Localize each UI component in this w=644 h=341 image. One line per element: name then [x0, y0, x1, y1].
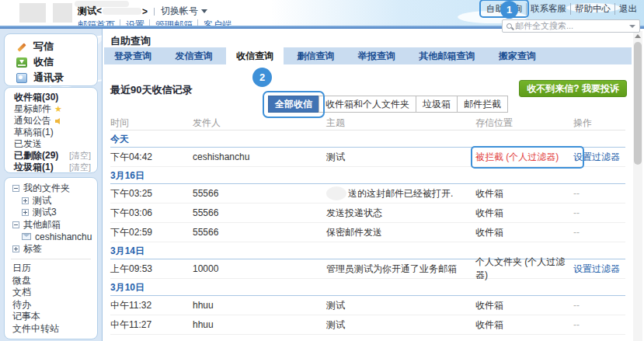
date-group-today: 今天	[110, 130, 625, 148]
cell-location: 收件箱	[475, 226, 573, 239]
expand-icon[interactable]	[12, 245, 19, 252]
table-header: 时间 发件人 主题 存信位置 操作	[110, 117, 625, 130]
sidebar-item-deleted[interactable]: 已删除(29) [清空]	[14, 150, 91, 162]
tree-label: 其他邮箱	[23, 218, 61, 231]
sidebar-item-notice[interactable]: 通知公告	[14, 115, 91, 127]
app-label: 文档	[12, 286, 31, 299]
sidebar-item-starred[interactable]: 星标邮件★	[14, 103, 91, 115]
inbox-download-icon	[16, 57, 27, 68]
tree-label: 标签	[23, 242, 42, 256]
cell-subject: 送的这封邮件已经被打开.	[326, 186, 475, 200]
cell-action: --	[573, 319, 625, 330]
tree-label: 测试	[33, 194, 51, 207]
app-label: 记事本	[12, 310, 40, 323]
sidebar-app-weiyun[interactable]: 微盘	[12, 275, 91, 287]
folder-label: 垃圾箱(1)	[14, 161, 54, 174]
receive-button[interactable]: 收信	[16, 54, 97, 70]
sidebar-app-calendar[interactable]: 日历	[12, 263, 91, 275]
app-label: 文件中转站	[12, 322, 59, 336]
sidebar-divider	[11, 259, 91, 259]
sidebar-item-drafts[interactable]: 草稿箱(1)	[14, 127, 91, 138]
divider	[154, 8, 155, 16]
chevron-down-icon[interactable]	[201, 9, 207, 13]
sidebar-folder-other-mail[interactable]: 其他邮箱	[12, 219, 91, 231]
tree-panel: 我的文件夹 测试 测试3 其他邮箱 ceshishanchu 标签	[4, 177, 98, 339]
filter-all-mail-wrap: 全部收信	[268, 96, 319, 113]
sidebar-app-docs[interactable]: 文档	[12, 287, 91, 299]
search-input[interactable]: 邮件全文搜索...	[515, 20, 629, 32]
complain-button[interactable]: 收不到来信? 我要投诉	[519, 80, 627, 97]
contacts-button[interactable]: 通讯录	[16, 70, 97, 85]
collapse-icon[interactable]	[12, 221, 19, 228]
switch-account-link[interactable]: 切换帐号	[161, 5, 198, 18]
sidebar-app-notes[interactable]: 记事本	[12, 311, 91, 323]
set-filter-link[interactable]: 设置过滤器	[573, 151, 620, 162]
sidebar-item-sent[interactable]: 已发送	[14, 138, 91, 150]
filter-inbox-personal[interactable]: 收件箱和个人文件夹	[319, 96, 416, 113]
cell-subject: 发送投递状态	[326, 207, 475, 220]
search-dropdown-icon[interactable]	[629, 25, 635, 28]
compose-label: 写信	[33, 40, 54, 54]
envelope-icon	[22, 233, 31, 240]
receive-label: 收信	[33, 55, 54, 69]
sidebar-folder-test3[interactable]: 测试3	[12, 207, 91, 219]
search-box[interactable]: 邮件全文搜索...	[502, 19, 640, 33]
horn-icon	[55, 118, 60, 124]
tab-other-mailbox-query[interactable]: 其他邮箱查询	[409, 47, 485, 64]
expand-icon[interactable]	[22, 209, 29, 216]
table-row: 中午11:32 hhuu 测试 收件箱 --	[110, 296, 625, 315]
compose-button[interactable]: 写信	[16, 39, 97, 54]
set-filter-link[interactable]: 设置过滤器	[573, 263, 620, 274]
contacts-icon	[16, 73, 27, 83]
cell-sender: ceshishanchu	[193, 151, 326, 162]
sidebar-app-todo[interactable]: 待办	[12, 299, 91, 311]
sidebar-folder-ceshishanchu[interactable]: ceshishanchu	[12, 231, 91, 243]
tab-send-query[interactable]: 发信查询	[165, 47, 222, 64]
logout-link[interactable]: 退出	[619, 4, 637, 13]
expand-icon[interactable]	[22, 197, 29, 204]
filter-all-mail[interactable]: 全部收信	[268, 96, 319, 113]
table-row: 中午11:27 hhuu 测试 收件箱 --	[110, 315, 625, 335]
sidebar-item-junk[interactable]: 垃圾箱(1) [清空]	[14, 162, 91, 173]
group-date: 3月16日	[110, 170, 144, 181]
page-title: 自助查询	[110, 34, 151, 48]
tab-receive-query[interactable]: 收信查询	[226, 47, 284, 64]
cell-subject: 测试	[326, 299, 475, 312]
cell-action: --	[573, 300, 625, 311]
scroll-up-icon[interactable]	[635, 34, 641, 38]
sidebar-item-inbox[interactable]: 收件箱(30)	[14, 92, 91, 103]
top-header: 测试< > 切换帐号 邮箱首页设置管理邮箱客户端 自助查询 联系客服 帮助中心 …	[0, 0, 644, 29]
filter-junk[interactable]: 垃圾箱	[416, 96, 458, 113]
help-center-link[interactable]: 帮助中心	[575, 4, 611, 13]
tab-move-query[interactable]: 搬家查询	[489, 47, 546, 64]
cell-sender: hhuu	[193, 300, 326, 311]
table-row: 下午03:25 55566 送的这封邮件已经被打开. 收件箱 --	[110, 184, 625, 204]
sidebar-app-file-transfer[interactable]: 文件中转站	[12, 323, 91, 336]
redaction-blur	[326, 186, 346, 200]
sidebar-folder-my-folders[interactable]: 我的文件夹	[12, 183, 91, 195]
scrollbar-thumb[interactable]	[634, 42, 642, 165]
table-row: 下午02:59 55566 保密邮件发送 收件箱 --	[110, 223, 625, 242]
app-label: 日历	[12, 262, 31, 275]
sidebar-folder-tags[interactable]: 标签	[12, 243, 91, 256]
tab-login-query[interactable]: 登录查询	[104, 47, 162, 64]
vertical-scrollbar[interactable]	[633, 31, 642, 341]
webmail-app: 测试< > 切换帐号 邮箱首页设置管理邮箱客户端 自助查询 联系客服 帮助中心 …	[0, 0, 644, 341]
collapse-icon[interactable]	[12, 185, 19, 192]
empty-deleted-link[interactable]: [清空]	[69, 150, 91, 162]
tree-label: 我的文件夹	[23, 182, 70, 195]
cell-location: 个人文件夹 (个人过滤器)	[475, 256, 573, 282]
cell-action: --	[573, 227, 625, 238]
filter-blocked[interactable]: 邮件拦截	[457, 96, 508, 113]
cell-sender: 55566	[193, 227, 326, 238]
sidebar: 写信 收信 通讯录 收件箱(30) 星标邮件★ 通知公告 草稿箱(1)	[0, 29, 103, 341]
tab-report-query[interactable]: 举报查询	[348, 47, 406, 64]
sidebar-folder-test[interactable]: 测试	[12, 195, 91, 207]
contact-support-link[interactable]: 联系客服	[531, 4, 566, 13]
mail-filters: 全部收信 收件箱和个人文件夹 垃圾箱 邮件拦截	[268, 96, 508, 113]
logo-placeholder	[19, 3, 46, 23]
cell-subject: 测试	[326, 318, 475, 332]
cell-location: 收件箱	[475, 187, 573, 200]
tab-delete-query[interactable]: 删信查询	[287, 47, 344, 64]
empty-junk-link[interactable]: [清空]	[69, 162, 91, 173]
